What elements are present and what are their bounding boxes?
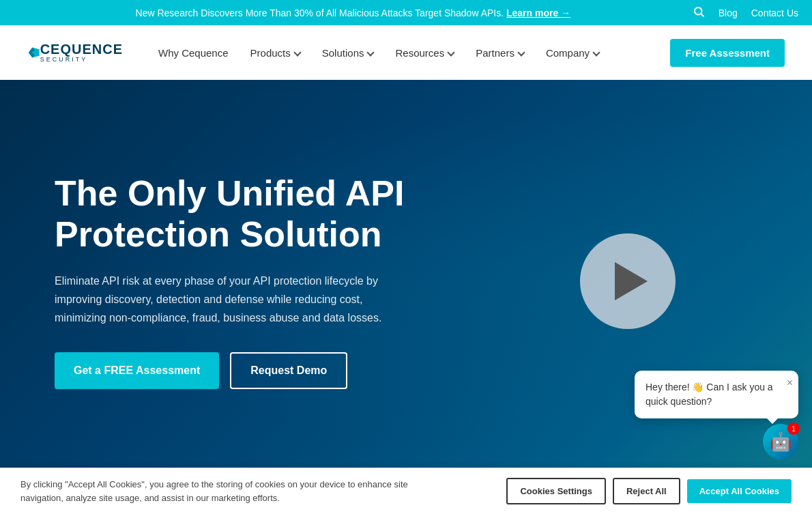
free-assessment-button[interactable]: Free Assessment [670, 39, 785, 67]
chat-bubble-text: Hey there! 👋 Can I ask you a quick quest… [646, 382, 773, 407]
nav-item-resources[interactable]: Resources [387, 42, 462, 64]
nav-item-why-cequence[interactable]: Why Cequence [150, 42, 237, 64]
get-assessment-button[interactable]: Get a FREE Assessment [55, 352, 219, 389]
logo-text: CEQUENCE SECURITY [40, 42, 123, 63]
chat-close-icon[interactable]: × [787, 375, 793, 391]
nav-label-solutions: Solutions [322, 47, 364, 59]
nav-label-partners: Partners [476, 47, 514, 59]
chevron-down-icon [517, 48, 525, 56]
logo[interactable]: CEQUENCE SECURITY [27, 38, 123, 68]
nav-label-company: Company [546, 47, 590, 59]
chat-badge: 1 [787, 423, 800, 435]
request-demo-button[interactable]: Request Demo [230, 352, 347, 389]
play-button-wrap [580, 233, 676, 329]
cookie-text: By clicking "Accept All Cookies", you ag… [20, 478, 444, 483]
blog-link[interactable]: Blog [719, 8, 738, 18]
nav-item-solutions[interactable]: Solutions [314, 42, 382, 64]
chat-avatar[interactable]: 🤖 1 [763, 424, 798, 459]
accept-all-cookies-button[interactable]: Accept All Cookies [687, 479, 792, 483]
logo-sub: SECURITY [40, 56, 123, 63]
banner-message: New Research Discovers More Than 30% of … [136, 8, 504, 18]
chat-bubble: × Hey there! 👋 Can I ask you a quick que… [635, 371, 798, 418]
cookie-buttons: Cookies Settings Reject All Accept All C… [506, 478, 792, 483]
nav-label-products: Products [250, 47, 291, 59]
svg-line-1 [701, 14, 704, 16]
nav-item-company[interactable]: Company [538, 42, 607, 64]
play-button[interactable] [580, 233, 676, 329]
chevron-down-icon [448, 48, 455, 56]
logo-brand: CEQUENCE [40, 42, 123, 56]
chat-avatar-row: 🤖 1 [635, 424, 798, 459]
svg-point-0 [695, 8, 702, 15]
banner-text: New Research Discovers More Than 30% of … [14, 8, 693, 18]
chat-widget: × Hey there! 👋 Can I ask you a quick que… [635, 371, 798, 459]
top-banner: New Research Discovers More Than 30% of … [0, 0, 812, 25]
hero-buttons: Get a FREE Assessment Request Demo [55, 352, 464, 389]
reject-all-button[interactable]: Reject All [613, 478, 680, 483]
logo-shape: CEQUENCE SECURITY [27, 38, 123, 68]
play-triangle-icon [615, 262, 648, 300]
nav-item-partners[interactable]: Partners [467, 42, 532, 64]
main-header: CEQUENCE SECURITY Why Cequence Products … [0, 25, 812, 80]
hero-content: The Only Unified API Protection Solution… [55, 173, 464, 388]
nav-menu: Why Cequence Products Solutions Resource… [150, 39, 785, 67]
contact-link[interactable]: Contact Us [751, 8, 798, 18]
chevron-down-icon [293, 48, 301, 56]
hero-title: The Only Unified API Protection Solution [55, 173, 464, 255]
nav-label-resources: Resources [395, 47, 444, 59]
chevron-down-icon [367, 48, 375, 56]
cookies-settings-button[interactable]: Cookies Settings [506, 478, 605, 483]
nav-label-why-cequence: Why Cequence [158, 47, 229, 59]
hero-subtitle: Eliminate API risk at every phase of you… [55, 272, 416, 328]
search-icon[interactable] [693, 5, 705, 20]
logo-icon [27, 40, 40, 66]
chat-robot-icon: 🤖 [770, 431, 792, 453]
nav-item-products[interactable]: Products [242, 42, 308, 64]
cookie-banner: By clicking "Accept All Cookies", you ag… [0, 468, 812, 483]
banner-link[interactable]: Learn more → [506, 8, 570, 18]
chevron-down-icon [592, 48, 600, 56]
banner-right-nav: Blog Contact Us [693, 5, 798, 20]
